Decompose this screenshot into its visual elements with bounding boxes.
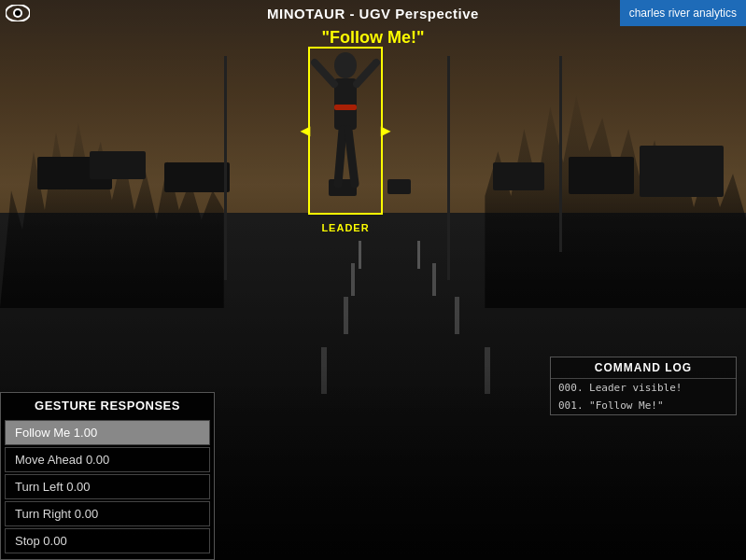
leader-arrow-left-icon: ◄ [297,121,314,141]
log-index-1: 001 [558,399,577,412]
main-scene: ◄ ► LEADER "Follow Me!" MINOTAUR - UGV P… [0,0,746,560]
leader-arrow-right-icon: ► [377,121,394,141]
gesture-item-turn-left[interactable]: Turn Left 0.00 [5,474,210,499]
gesture-item-turn-right[interactable]: Turn Right 0.00 [5,501,210,526]
gesture-item-stop[interactable]: Stop 0.00 [5,528,210,553]
page-title: MINOTAUR - UGV Perspective [267,6,479,21]
command-log-entry-1: 001. "Follow Me!" [551,397,736,414]
log-text-0: . Leader visible! [577,382,683,394]
command-log-title: COMMAND LOG [551,357,736,379]
log-index-0: 000 [558,382,577,394]
leader-label: LEADER [321,222,369,233]
gesture-item-move-ahead[interactable]: Move Ahead 0.00 [5,447,210,472]
follow-me-annotation: "Follow Me!" [321,28,424,48]
gesture-panel-title: GESTURE RESPONSES [1,393,214,418]
command-log-panel: COMMAND LOG 000. Leader visible! 001. "F… [550,357,737,415]
leader-detection-box: ◄ ► LEADER [308,47,383,215]
brand-badge: charles river analytics [620,0,746,26]
command-log-entry-0: 000. Leader visible! [551,379,736,397]
eye-icon [5,4,31,22]
gesture-responses-panel: GESTURE RESPONSES Follow Me 1.00 Move Ah… [0,392,215,560]
log-text-1: . "Follow Me!" [577,399,664,412]
gesture-item-follow-me[interactable]: Follow Me 1.00 [5,420,210,445]
svg-point-9 [15,10,21,16]
title-bar: MINOTAUR - UGV Perspective charles river… [0,0,746,26]
